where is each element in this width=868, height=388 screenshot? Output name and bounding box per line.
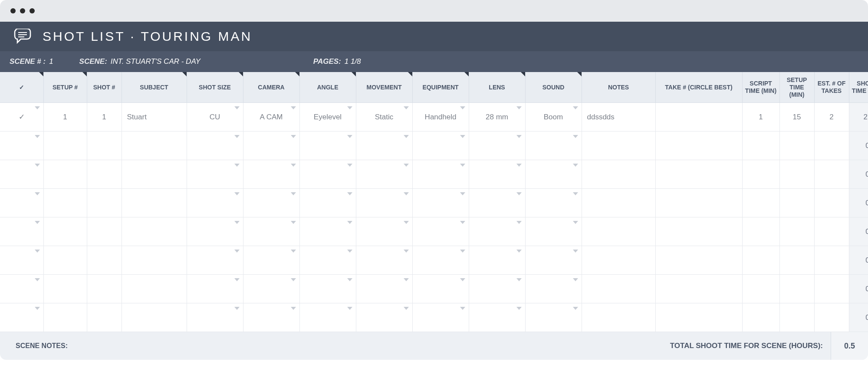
dropdown-icon[interactable] [35,307,40,310]
cell-shoot_time[interactable]: 0 [849,275,868,303]
cell-equipment[interactable]: Handheld [412,103,469,132]
dropdown-icon[interactable] [516,278,522,281]
cell-takes[interactable] [814,275,849,303]
dropdown-icon[interactable] [573,106,578,109]
dropdown-icon[interactable] [347,221,352,224]
cell-script_time[interactable] [742,189,779,217]
dropdown-icon[interactable] [460,135,465,138]
cell-camera[interactable] [243,160,299,189]
dropdown-icon[interactable] [404,307,409,310]
cell-angle[interactable] [299,275,356,303]
dropdown-icon[interactable] [234,135,240,138]
dropdown-icon[interactable] [35,221,40,224]
cell-setup_time[interactable]: 15 [779,103,814,132]
cell-angle[interactable] [299,189,356,217]
cell-camera[interactable] [243,132,299,160]
cell-camera[interactable] [243,303,299,332]
cell-check[interactable] [0,246,43,275]
cell-check[interactable] [0,160,43,189]
dropdown-icon[interactable] [404,250,409,253]
cell-take[interactable] [655,189,742,217]
cell-shot_size[interactable] [187,132,243,160]
dropdown-icon[interactable] [35,250,40,253]
cell-notes[interactable] [582,189,655,217]
cell-takes[interactable] [814,303,849,332]
dropdown-icon[interactable] [404,192,409,195]
dropdown-icon[interactable] [291,164,296,167]
dropdown-icon[interactable] [234,278,240,281]
cell-movement[interactable] [356,246,412,275]
cell-shot[interactable] [87,275,122,303]
dropdown-icon[interactable] [573,250,578,253]
dropdown-icon[interactable] [460,278,465,281]
dropdown-icon[interactable] [291,278,296,281]
cell-lens[interactable] [469,246,525,275]
window-dot-icon[interactable] [20,8,25,13]
cell-shot_size[interactable]: CU [187,103,243,132]
cell-lens[interactable] [469,275,525,303]
cell-lens[interactable] [469,189,525,217]
dropdown-icon[interactable] [460,221,465,224]
cell-lens[interactable] [469,160,525,189]
cell-sound[interactable] [525,275,582,303]
dropdown-icon[interactable] [347,106,352,109]
dropdown-icon[interactable] [516,192,522,195]
cell-shoot_time[interactable]: 0 [849,132,868,160]
dropdown-icon[interactable] [347,192,352,195]
cell-lens[interactable] [469,132,525,160]
cell-takes[interactable] [814,217,849,246]
col-angle[interactable]: ANGLE [299,72,356,103]
cell-take[interactable] [655,103,742,132]
cell-takes[interactable]: 2 [814,103,849,132]
cell-shot[interactable]: 1 [87,103,122,132]
dropdown-icon[interactable] [347,307,352,310]
dropdown-icon[interactable] [404,164,409,167]
cell-script_time[interactable] [742,246,779,275]
cell-shoot_time[interactable]: 27 [849,103,868,132]
cell-takes[interactable] [814,132,849,160]
cell-script_time[interactable] [742,132,779,160]
cell-subject[interactable] [122,303,187,332]
cell-take[interactable] [655,132,742,160]
cell-shoot_time[interactable]: 0 [849,217,868,246]
dropdown-icon[interactable] [404,278,409,281]
dropdown-icon[interactable] [516,250,522,253]
cell-subject[interactable]: Stuart [122,103,187,132]
dropdown-icon[interactable] [291,106,296,109]
cell-take[interactable] [655,217,742,246]
dropdown-icon[interactable] [516,135,522,138]
cell-lens[interactable] [469,303,525,332]
cell-takes[interactable] [814,246,849,275]
cell-shot_size[interactable] [187,246,243,275]
scene-number-value[interactable]: 1 [49,57,53,66]
cell-equipment[interactable] [412,275,469,303]
col-shot[interactable]: SHOT # [87,72,122,103]
cell-script_time[interactable] [742,217,779,246]
dropdown-icon[interactable] [234,307,240,310]
dropdown-icon[interactable] [347,250,352,253]
cell-shot[interactable] [87,132,122,160]
cell-take[interactable] [655,160,742,189]
dropdown-icon[interactable] [347,164,352,167]
cell-check[interactable] [0,275,43,303]
window-dot-icon[interactable] [30,8,35,13]
cell-movement[interactable] [356,217,412,246]
cell-sound[interactable] [525,303,582,332]
cell-subject[interactable] [122,246,187,275]
cell-shot[interactable] [87,217,122,246]
cell-subject[interactable] [122,275,187,303]
col-take[interactable]: TAKE # (CIRCLE BEST) [655,72,742,103]
cell-shot[interactable] [87,189,122,217]
dropdown-icon[interactable] [347,278,352,281]
cell-setup[interactable] [43,132,87,160]
dropdown-icon[interactable] [347,135,352,138]
dropdown-icon[interactable] [234,164,240,167]
cell-movement[interactable]: Static [356,103,412,132]
cell-equipment[interactable] [412,132,469,160]
cell-check[interactable]: ✓ [0,103,43,132]
dropdown-icon[interactable] [516,221,522,224]
cell-notes[interactable] [582,275,655,303]
dropdown-icon[interactable] [404,221,409,224]
cell-equipment[interactable] [412,217,469,246]
dropdown-icon[interactable] [404,106,409,109]
